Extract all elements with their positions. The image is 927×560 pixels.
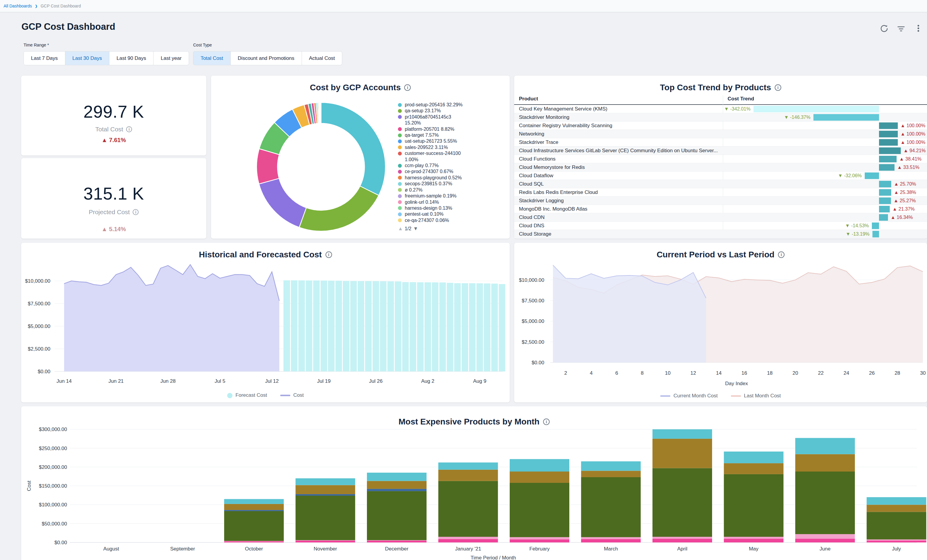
legend-item-harness-design[interactable]: harness-design 0.13% [398, 205, 503, 211]
legend-item-platform-205701[interactable]: platform-205701 8.82% [398, 126, 503, 132]
trend-change-label: ▲ 94.21% [903, 147, 926, 155]
svg-text:$300,000.00: $300,000.00 [39, 426, 67, 432]
svg-text:14: 14 [716, 370, 722, 376]
legend-dot [398, 219, 402, 222]
filter-button[interactable] [897, 24, 906, 33]
trend-bar [872, 231, 879, 237]
legend-item-qa-target[interactable]: qa-target 7.57% [398, 132, 503, 138]
legend-current-month[interactable]: Current Month Cost [660, 393, 717, 399]
legend-item-ø[interactable]: ø 0.27% [398, 187, 503, 193]
svg-text:12: 12 [690, 370, 696, 376]
legend-item-qa-setup[interactable]: qa-setup 23.17% [398, 108, 503, 114]
legend-item-customer-success-244100[interactable]: customer-success-2441001.00% [398, 150, 503, 162]
legend-item-pentest-uat[interactable]: pentest-uat 0.10% [398, 211, 503, 217]
time-range-option-last-year[interactable]: Last year [153, 51, 189, 65]
trend-bar-zone: ▲ 25.38% [723, 188, 927, 196]
trend-change-label: ▼ -32.06% [838, 171, 862, 180]
donut-slice-ce-qa-274307[interactable] [321, 102, 321, 123]
trend-change-label: ▲ 25.38% [894, 188, 916, 196]
total-cost-delta: ▲ 7.61% [21, 137, 206, 145]
comparison-card-title: Current Period vs Last Periodi [514, 250, 927, 260]
svg-text:$0.00: $0.00 [532, 360, 544, 366]
trend-product-name: Cloud Memorystore for Redis [519, 163, 719, 171]
donut-slice-pr10406a87045145c3[interactable] [259, 178, 306, 227]
legend-label: golink-url 0.14% [405, 199, 439, 205]
svg-text:30: 30 [920, 370, 926, 376]
donut-slice-qa-setup[interactable] [299, 186, 379, 231]
time-range-option-last-30-days[interactable]: Last 30 Days [65, 51, 109, 65]
info-icon[interactable]: i [778, 251, 784, 258]
svg-text:$10,000.00: $10,000.00 [519, 277, 544, 283]
donut-slice-platform-205701[interactable] [257, 149, 279, 184]
legend-last-month[interactable]: Last Month Cost [731, 393, 781, 399]
page-title: GCP Cost Dashboard [21, 21, 115, 32]
svg-text:August: August [103, 546, 119, 552]
trend-bar [813, 114, 879, 121]
trend-product-name: Networking [519, 130, 719, 138]
legend-item-secops-239815[interactable]: secops-239815 0.37% [398, 181, 503, 187]
svg-text:16: 16 [742, 370, 747, 376]
trend-bar-zone: ▲ 25.70% [723, 180, 927, 188]
trend-bar-zone: ▼ -13.19% [723, 230, 927, 238]
donut-card-title: Cost by GCP Accountsi [211, 83, 510, 93]
legend-page-up[interactable]: ▲ [398, 226, 403, 232]
monthly-card-title: Most Expensive Products by Monthi [21, 417, 927, 426]
legend-item-sales-209522[interactable]: sales-209522 3.11% [398, 144, 503, 150]
svg-text:20: 20 [793, 370, 798, 376]
legend-dot [398, 194, 402, 198]
svg-text:$2,500.00: $2,500.00 [28, 346, 50, 352]
trend-row-7: Cloud Functions▲ 38.41% [514, 155, 927, 163]
time-range-option-last-7-days[interactable]: Last 7 Days [24, 51, 65, 65]
legend-item-golink-url[interactable]: golink-url 0.14% [398, 199, 503, 205]
legend-dot [398, 115, 402, 119]
svg-text:24: 24 [843, 370, 849, 376]
legend-item-harness-playground[interactable]: harness-playground 0.52% [398, 175, 503, 181]
cost-type-option-actual-cost[interactable]: Actual Cost [302, 51, 342, 65]
legend-item-ccm-play[interactable]: ccm-play 0.77% [398, 162, 503, 168]
legend-item-uat-setup-261723[interactable]: uat-setup-261723 5.55% [398, 138, 503, 144]
svg-text:$2,500.00: $2,500.00 [521, 339, 544, 345]
svg-text:November: November [313, 546, 337, 552]
trend-bar [879, 131, 898, 137]
legend-item-ce-qa-274307[interactable]: ce-qa-274307 0.06% [398, 217, 503, 223]
trend-product-name: Stackdriver Monitoring [519, 113, 719, 121]
info-icon[interactable]: i [404, 84, 411, 91]
cost-type-option-total-cost[interactable]: Total Cost [193, 51, 231, 65]
cost-type-option-discount-and-promotions[interactable]: Discount and Promotions [231, 51, 302, 65]
svg-text:$7,500.00: $7,500.00 [28, 301, 50, 307]
svg-text:$200,000.00: $200,000.00 [39, 464, 67, 470]
more-options-button[interactable] [914, 24, 923, 33]
svg-text:September: September [170, 546, 195, 552]
legend-dot [398, 176, 402, 180]
time-range-selector: Last 7 DaysLast 30 DaysLast 90 DaysLast … [24, 51, 189, 65]
trend-change-label: ▲ 100.00% [900, 130, 925, 138]
legend-item-freemium-sample[interactable]: freemium-sample 0.19% [398, 193, 503, 199]
svg-text:Aug 2: Aug 2 [421, 378, 434, 384]
info-icon[interactable]: i [126, 126, 132, 132]
trend-bar [879, 164, 895, 171]
trend-bar [879, 214, 888, 221]
legend-item-ce-prod-274307[interactable]: ce-prod-274307 0.67% [398, 168, 503, 175]
trend-change-label: ▲ 38.41% [899, 155, 922, 163]
trend-bar-zone: ▲ 100.00% [723, 130, 927, 138]
trend-row-8: Cloud Memorystore for Redis▲ 33.51% [514, 163, 927, 171]
info-icon[interactable]: i [133, 209, 138, 215]
info-icon[interactable]: i [543, 419, 550, 425]
trend-row-15: Cloud DNS▼ -14.53% [514, 222, 927, 230]
breadcrumb-link-all-dashboards[interactable]: All Dashboards [4, 4, 32, 8]
legend-cost[interactable]: Cost [280, 392, 304, 398]
legend-page-down[interactable]: ▼ [413, 226, 418, 232]
info-icon[interactable]: i [775, 84, 781, 91]
refresh-button[interactable] [879, 24, 888, 33]
legend-item-pr10406a87045145c3[interactable]: pr10406a87045145c315.20% [398, 114, 503, 126]
last-month-swatch [731, 395, 741, 397]
trend-change-label: ▲ 21.37% [892, 205, 915, 213]
svg-text:26: 26 [869, 370, 875, 376]
legend-item-prod-setup-205416[interactable]: prod-setup-205416 32.29% [398, 102, 503, 108]
legend-forecast-cost[interactable]: Forecast Cost [227, 392, 267, 398]
info-icon[interactable]: i [325, 251, 332, 258]
trend-product-name: Cloud DNS [519, 222, 719, 230]
time-range-option-last-90-days[interactable]: Last 90 Days [109, 51, 153, 65]
donut-slice-prod-setup-205416[interactable] [321, 102, 385, 196]
legend-label: ce-prod-274307 0.67% [405, 168, 453, 175]
